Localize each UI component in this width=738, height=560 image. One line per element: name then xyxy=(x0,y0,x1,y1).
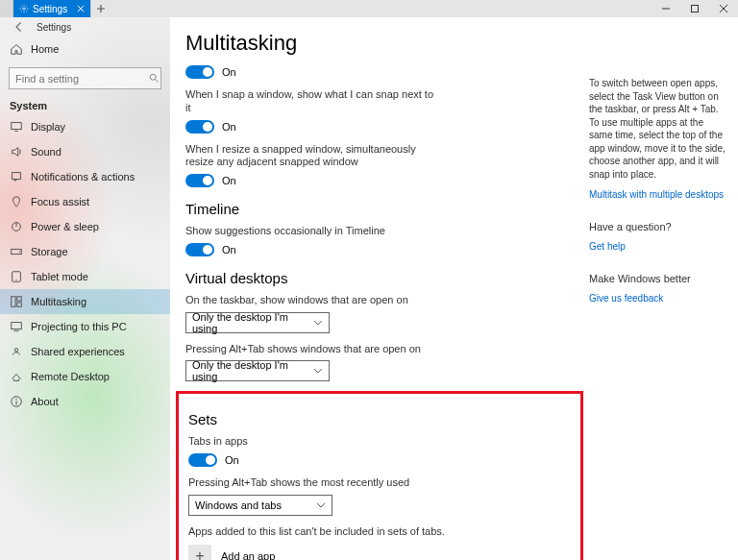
sidebar-item-remote-desktop[interactable]: Remote Desktop xyxy=(0,364,170,389)
svg-rect-4 xyxy=(692,6,699,12)
sidebar-item-projecting[interactable]: Projecting to this PC xyxy=(0,314,170,339)
nav-label: Notifications & actions xyxy=(31,171,135,183)
svg-line-6 xyxy=(156,79,159,82)
search-box[interactable] xyxy=(9,67,161,89)
sidebar-item-notifications[interactable]: Notifications & actions xyxy=(0,164,170,189)
power-icon xyxy=(10,220,23,233)
topbar: Settings xyxy=(0,17,170,37)
virtual-desktops-heading: Virtual desktops xyxy=(185,270,574,286)
sidebar-item-shared-experiences[interactable]: Shared experiences xyxy=(0,339,170,364)
page-title: Multitasking xyxy=(185,31,574,56)
dropdown-value: Only the desktop I'm using xyxy=(192,359,313,382)
svg-point-5 xyxy=(150,74,156,80)
nav-label: About xyxy=(31,396,59,407)
about-icon xyxy=(10,395,23,408)
sets-tabs-toggle[interactable] xyxy=(188,453,217,467)
back-button[interactable] xyxy=(10,17,29,37)
dropdown-value: Windows and tabs xyxy=(195,499,282,511)
sidebar-item-multitasking[interactable]: Multitasking xyxy=(0,289,170,314)
tab-settings[interactable]: Settings xyxy=(13,0,91,17)
add-app-button[interactable]: + Add an app xyxy=(188,545,571,560)
svg-rect-0 xyxy=(6,9,7,10)
shared-icon xyxy=(10,345,23,358)
close-button[interactable] xyxy=(709,0,738,17)
snap-resize-toggle[interactable] xyxy=(185,174,214,187)
vd-alttab-dropdown[interactable]: Only the desktop I'm using xyxy=(185,360,330,381)
plus-icon: + xyxy=(188,545,211,560)
sets-tabs-label: Tabs in apps xyxy=(188,435,438,449)
nav-label: Sound xyxy=(31,146,62,158)
notifications-icon xyxy=(10,170,23,183)
vd-taskbar-label: On the taskbar, show windows that are op… xyxy=(185,294,435,307)
vd-taskbar-dropdown[interactable]: Only the desktop I'm using xyxy=(185,312,330,333)
display-icon xyxy=(10,120,23,134)
chevron-down-icon xyxy=(316,500,326,510)
help-pane: To switch between open apps, select the … xyxy=(589,17,738,560)
nav-label: Display xyxy=(31,121,65,133)
close-tab-icon[interactable] xyxy=(77,4,85,14)
toggle-state: On xyxy=(222,175,236,186)
sidebar-item-display[interactable]: Display xyxy=(0,114,170,139)
svg-rect-7 xyxy=(12,123,22,130)
snap-next-toggle[interactable] xyxy=(185,120,214,134)
toggle-state: On xyxy=(222,66,236,78)
svg-point-20 xyxy=(14,349,18,353)
maximize-button[interactable] xyxy=(680,0,709,17)
topbar-title: Settings xyxy=(37,22,71,33)
sidebar-item-focus-assist[interactable]: Focus assist xyxy=(0,189,170,214)
tablet-icon xyxy=(10,270,23,283)
sidebar-home[interactable]: Home xyxy=(0,37,170,61)
svg-point-2 xyxy=(23,8,26,11)
help-tip-text: To switch between open apps, select the … xyxy=(589,77,726,181)
nav-label: Multitasking xyxy=(31,296,86,307)
timeline-toggle[interactable] xyxy=(185,243,214,256)
multitasking-icon xyxy=(10,295,23,308)
sidebar-item-tablet-mode[interactable]: Tablet mode xyxy=(0,264,170,289)
sidebar-item-about[interactable]: About xyxy=(0,389,170,414)
home-label: Home xyxy=(31,43,59,55)
search-icon xyxy=(148,70,160,87)
dropdown-value: Only the desktop I'm using xyxy=(192,311,313,334)
toggle-state: On xyxy=(222,244,236,256)
sets-alttab-dropdown[interactable]: Windows and tabs xyxy=(188,495,332,516)
timeline-heading: Timeline xyxy=(185,201,574,217)
minimize-button[interactable] xyxy=(652,0,680,17)
home-icon xyxy=(10,42,23,56)
sets-note: Apps added to this list can't be include… xyxy=(188,525,571,537)
set-icon xyxy=(6,4,7,13)
highlight-sets: Sets Tabs in apps On Pressing Alt+Tab sh… xyxy=(176,391,583,560)
tab-previous[interactable] xyxy=(0,0,13,17)
remote-desktop-icon xyxy=(10,370,23,383)
search-input[interactable] xyxy=(15,73,148,85)
toggle-state: On xyxy=(222,121,236,133)
timeline-label: Show suggestions occasionally in Timelin… xyxy=(185,225,435,238)
window-controls xyxy=(652,0,738,17)
svg-point-13 xyxy=(19,251,20,252)
projecting-icon xyxy=(10,320,23,333)
get-help-link[interactable]: Get help xyxy=(589,241,626,252)
question-heading: Have a question? xyxy=(589,221,726,232)
new-tab-button[interactable] xyxy=(91,0,111,17)
sets-heading: Sets xyxy=(188,411,571,427)
sidebar-item-storage[interactable]: Storage xyxy=(0,239,170,264)
storage-icon xyxy=(10,245,23,258)
nav-label: Power & sleep xyxy=(31,221,99,232)
sidebar-item-sound[interactable]: Sound xyxy=(0,139,170,164)
titlebar: Settings xyxy=(0,0,738,17)
help-tip-link[interactable]: Multitask with multiple desktops xyxy=(589,189,724,200)
snap-toggle[interactable] xyxy=(185,65,214,79)
group-header-system: System xyxy=(0,95,170,114)
feedback-link[interactable]: Give us feedback xyxy=(589,293,663,304)
nav-label: Shared experiences xyxy=(31,346,125,357)
sidebar: Settings Home System Display Sound Notif… xyxy=(0,17,170,560)
svg-rect-18 xyxy=(17,303,21,306)
svg-rect-16 xyxy=(12,297,15,307)
nav-label: Tablet mode xyxy=(31,271,88,282)
svg-rect-9 xyxy=(12,173,21,180)
sidebar-item-power-sleep[interactable]: Power & sleep xyxy=(0,214,170,239)
snap-next-label: When I snap a window, show what I can sn… xyxy=(185,88,435,115)
svg-rect-19 xyxy=(12,323,22,329)
vd-alttab-label: Pressing Alt+Tab shows windows that are … xyxy=(185,343,435,356)
sets-alttab-label: Pressing Alt+Tab shows the most recently… xyxy=(188,476,438,490)
snap-resize-label: When I resize a snapped window, simultan… xyxy=(185,143,435,170)
